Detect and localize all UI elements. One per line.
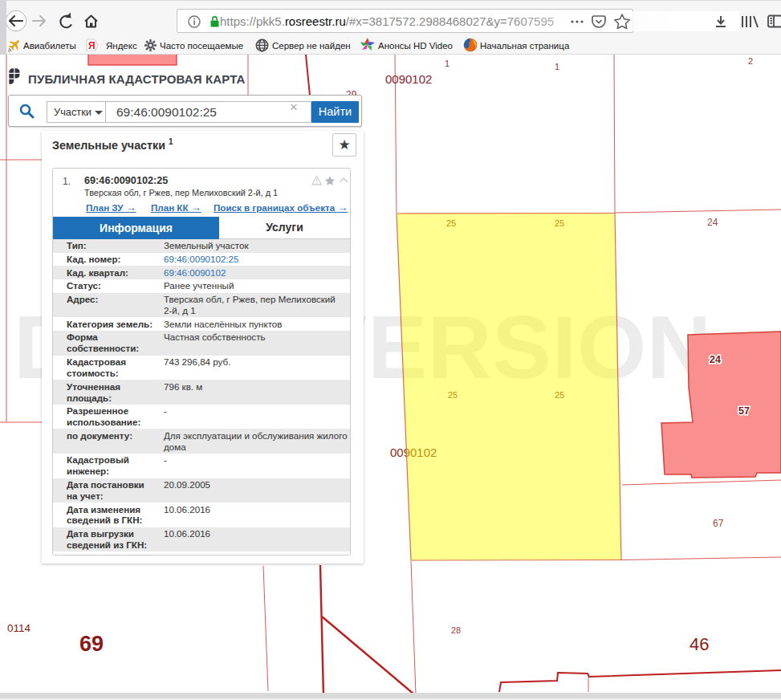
svg-text:24: 24 xyxy=(710,354,721,365)
svg-text:46: 46 xyxy=(689,634,709,654)
svg-text:0090102: 0090102 xyxy=(385,72,432,86)
svg-text:2: 2 xyxy=(748,56,753,66)
svg-text:0114: 0114 xyxy=(7,622,31,634)
svg-text:Я: Я xyxy=(88,40,96,51)
svg-text:1: 1 xyxy=(445,59,449,68)
svg-text:69: 69 xyxy=(79,632,104,656)
svg-text:67: 67 xyxy=(713,518,724,529)
svg-text:24: 24 xyxy=(707,217,718,228)
svg-text:1: 1 xyxy=(555,62,559,71)
svg-text:28: 28 xyxy=(451,625,461,635)
svg-text:57: 57 xyxy=(738,405,750,417)
